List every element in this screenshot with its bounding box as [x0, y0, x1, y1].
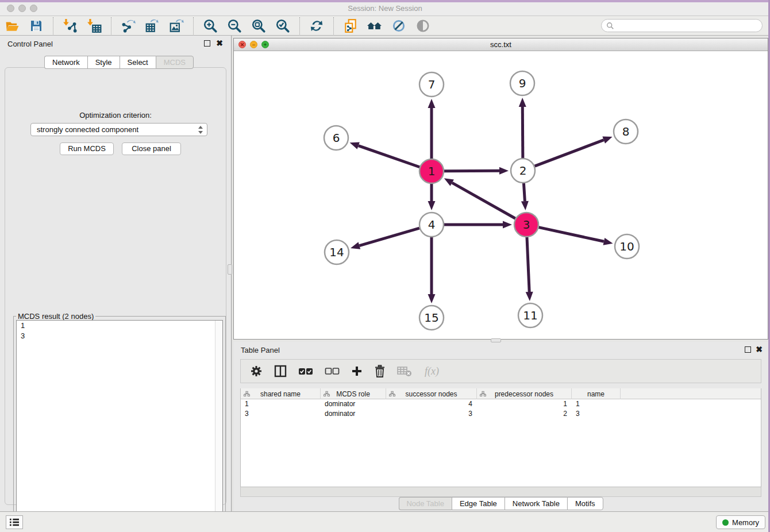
import-table-button[interactable] — [84, 17, 104, 34]
mcds-result-list[interactable]: 13 — [16, 320, 223, 531]
result-item[interactable]: 3 — [17, 331, 222, 341]
table-cell[interactable]: 1 — [572, 399, 621, 409]
import-network-button[interactable] — [60, 17, 80, 34]
vertical-splitter-handle[interactable] — [228, 264, 232, 275]
graph-node-1[interactable]: 1 — [419, 159, 444, 183]
table-row[interactable]: 1dominator411 — [241, 399, 761, 409]
show-columns-button[interactable] — [274, 365, 287, 377]
show-hide-button[interactable] — [413, 17, 433, 34]
first-neighbors-button[interactable] — [365, 17, 384, 34]
delete-column-button[interactable] — [374, 365, 386, 377]
search-box[interactable] — [601, 19, 763, 32]
graph-node-3[interactable]: 3 — [514, 213, 538, 237]
node-table-body: 1dominator4113dominator323 — [241, 399, 761, 419]
graph-edge-2-8[interactable] — [535, 136, 613, 166]
zoom-in-icon — [203, 18, 218, 33]
table-cell[interactable]: 1 — [477, 399, 572, 409]
select-all-button[interactable] — [298, 367, 313, 375]
export-network-button[interactable] — [118, 17, 138, 34]
graph-edge-1-2[interactable] — [444, 167, 509, 175]
network-window-titlebar[interactable]: ✕ − + scc.txt — [234, 38, 768, 51]
tab-style[interactable]: Style — [87, 56, 120, 69]
function-builder-button[interactable]: f(x) — [425, 365, 439, 377]
task-history-button[interactable] — [6, 515, 23, 529]
graphics-details-button[interactable] — [389, 17, 409, 34]
tab-edge-table[interactable]: Edge Table — [452, 497, 505, 510]
graph-edge-4-3[interactable] — [444, 221, 512, 229]
result-item[interactable]: 1 — [17, 321, 222, 331]
graph-node-7[interactable]: 7 — [419, 72, 444, 97]
create-column-button[interactable] — [351, 365, 363, 377]
table-cell[interactable]: dominator — [321, 409, 386, 419]
zoom-selected-button[interactable] — [273, 17, 292, 34]
export-image-button[interactable] — [167, 17, 186, 34]
graph-node-9[interactable]: 9 — [510, 71, 534, 95]
table-cell[interactable]: 3 — [241, 409, 321, 419]
graph-edge-3-11[interactable] — [526, 237, 533, 301]
graph-edge-1-6[interactable] — [350, 142, 420, 167]
graph-edge-2-3[interactable] — [521, 183, 529, 210]
group-column-icon — [324, 391, 330, 397]
clone-network-button[interactable] — [341, 17, 360, 34]
float-panel-icon[interactable] — [204, 40, 210, 47]
open-session-button[interactable] — [2, 17, 22, 34]
float-panel-icon[interactable] — [745, 346, 751, 353]
search-input[interactable] — [614, 22, 762, 30]
tab-select[interactable]: Select — [120, 56, 156, 69]
column-settings-button[interactable] — [250, 365, 263, 377]
graph-edge-4-15[interactable] — [428, 237, 436, 303]
close-panel-icon[interactable]: ✖ — [216, 38, 223, 48]
graph-node-6[interactable]: 6 — [324, 126, 348, 150]
table-row[interactable]: 3dominator323 — [241, 409, 761, 419]
tab-node-table[interactable]: Node Table — [398, 497, 452, 510]
graph-edge-3-1[interactable] — [444, 178, 515, 218]
export-table-button[interactable] — [143, 17, 162, 34]
tab-network-table[interactable]: Network Table — [505, 497, 567, 510]
column-header-successor-nodes[interactable]: successor nodes — [386, 388, 477, 399]
table-cell[interactable]: 2 — [477, 409, 572, 419]
graph-edge-3-10[interactable] — [538, 228, 613, 245]
graph-node-15[interactable]: 15 — [419, 306, 444, 330]
graph-node-10[interactable]: 10 — [615, 234, 639, 259]
graph-node-8[interactable]: 8 — [614, 119, 638, 144]
network-canvas[interactable]: 7968124314101511 — [234, 51, 768, 339]
graph-node-2[interactable]: 2 — [511, 159, 535, 183]
zoom-fit-button[interactable] — [249, 17, 268, 34]
network-view-window: ✕ − + scc.txt 7968124314101511 — [233, 38, 768, 340]
zoom-in-button[interactable] — [201, 17, 220, 34]
result-scrollbar-track[interactable] — [215, 321, 222, 531]
column-header-shared-name[interactable]: shared name — [241, 388, 321, 399]
tab-motifs[interactable]: Motifs — [567, 497, 603, 510]
run-mcds-button[interactable]: Run MCDS — [60, 142, 114, 155]
criterion-select[interactable]: strongly connected component — [30, 123, 207, 136]
column-header-predecessor-nodes[interactable]: predecessor nodes — [477, 388, 572, 399]
horizontal-splitter-handle[interactable] — [491, 338, 501, 342]
graph-edge-1-4[interactable] — [428, 184, 436, 210]
table-cell[interactable]: 4 — [386, 399, 477, 409]
table-cell[interactable]: 3 — [386, 409, 477, 419]
network-graph[interactable]: 7968124314101511 — [234, 51, 768, 339]
graph-edge-1-7[interactable] — [428, 99, 436, 159]
graph-edge-4-14[interactable] — [351, 228, 419, 249]
zoom-out-button[interactable] — [225, 17, 244, 34]
table-cell[interactable]: 1 — [241, 399, 321, 409]
node-table[interactable]: shared nameMCDS rolesuccessor nodesprede… — [240, 388, 761, 487]
graph-edge-2-9[interactable] — [519, 98, 526, 158]
deselect-all-button[interactable] — [325, 367, 340, 375]
tab-network[interactable]: Network — [44, 56, 87, 69]
table-cell[interactable]: dominator — [321, 399, 386, 409]
apply-layout-button[interactable] — [307, 17, 326, 34]
column-header-MCDS-role[interactable]: MCDS role — [321, 388, 386, 399]
graph-node-14[interactable]: 14 — [325, 240, 349, 264]
graph-node-4[interactable]: 4 — [419, 213, 444, 237]
save-session-button[interactable] — [26, 17, 46, 34]
graph-node-11[interactable]: 11 — [518, 303, 542, 327]
control-panel-header: Control Panel ✖ — [0, 36, 231, 52]
table-cell[interactable]: 3 — [572, 409, 621, 419]
close-panel-button[interactable]: Close panel — [122, 142, 181, 155]
close-panel-icon[interactable]: ✖ — [756, 345, 763, 354]
memory-button[interactable]: Memory — [716, 515, 765, 529]
column-header-name[interactable]: name — [572, 388, 621, 399]
delete-table-button[interactable] — [397, 365, 412, 377]
tab-mcds[interactable]: MCDS — [156, 56, 194, 69]
